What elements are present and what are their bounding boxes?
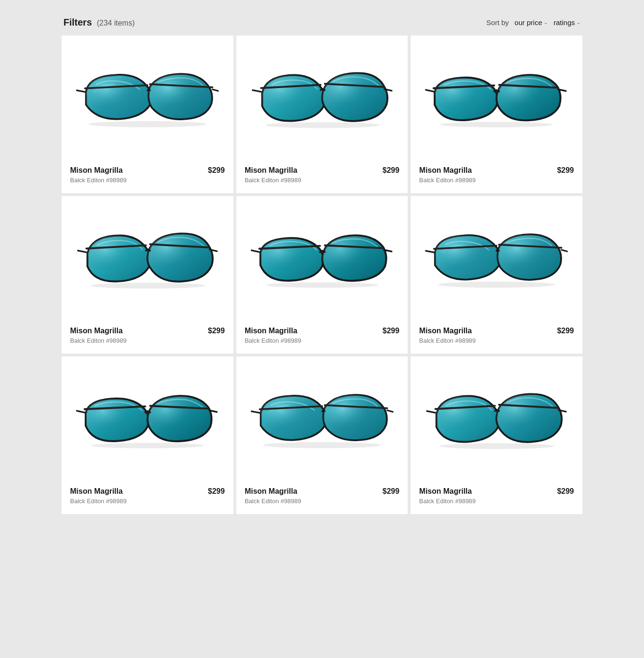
product-name-price-row: Mison Magrilla $299 (245, 487, 400, 496)
svg-point-19 (90, 283, 205, 288)
product-card[interactable]: Mison Magrilla $299 Balck Editon #98989 (411, 196, 582, 354)
product-image-area (411, 36, 582, 159)
product-subtitle: Balck Editon #98989 (70, 498, 225, 505)
product-name-price-row: Mison Magrilla $299 (419, 327, 574, 335)
product-name: Mison Magrilla (419, 327, 472, 335)
product-image-area (411, 196, 582, 319)
sort-price-label: our price (515, 18, 542, 27)
product-info: Mison Magrilla $299 Balck Editon #98989 (236, 480, 408, 514)
svg-line-32 (77, 411, 84, 412)
svg-point-44 (440, 443, 555, 449)
svg-line-22 (251, 250, 259, 252)
svg-point-34 (91, 443, 204, 448)
svg-point-39 (263, 442, 381, 448)
product-name: Mison Magrilla (245, 487, 297, 496)
product-info: Mison Magrilla $299 Balck Editon #98989 (62, 159, 233, 193)
svg-point-9 (265, 122, 380, 128)
product-card[interactable]: Mison Magrilla $299 Balck Editon #98989 (236, 36, 408, 193)
page-wrapper: Filters (234 items) Sort by our price ⌄ … (62, 9, 582, 514)
product-name: Mison Magrilla (245, 166, 297, 175)
product-name: Mison Magrilla (419, 166, 472, 175)
product-card[interactable]: Mison Magrilla $299 Balck Editon #98989 (236, 196, 408, 354)
product-info: Mison Magrilla $299 Balck Editon #98989 (236, 159, 408, 193)
filters-label: Filters (63, 17, 92, 27)
product-name-price-row: Mison Magrilla $299 (419, 487, 574, 496)
product-image-area (236, 356, 408, 480)
product-subtitle: Balck Editon #98989 (245, 337, 400, 344)
svg-line-12 (426, 90, 434, 91)
product-subtitle: Balck Editon #98989 (70, 337, 225, 344)
product-price: $299 (383, 327, 400, 335)
product-card[interactable]: Mison Magrilla $299 Balck Editon #98989 (62, 36, 233, 193)
sort-label: Sort by (486, 18, 509, 27)
product-subtitle: Balck Editon #98989 (419, 337, 574, 344)
sort-by-ratings-dropdown[interactable]: ratings ⌄ (554, 18, 581, 27)
product-price: $299 (557, 166, 574, 175)
svg-point-4 (89, 121, 206, 127)
toolbar: Filters (234 items) Sort by our price ⌄ … (62, 9, 582, 36)
chevron-down-icon: ⌄ (576, 19, 581, 26)
product-subtitle: Balck Editon #98989 (419, 498, 574, 505)
product-price: $299 (208, 487, 225, 496)
sort-ratings-label: ratings (554, 18, 575, 27)
svg-point-29 (438, 282, 555, 288)
svg-line-2 (77, 90, 85, 92)
product-name-price-row: Mison Magrilla $299 (70, 327, 225, 335)
chevron-down-icon: ⌄ (544, 19, 548, 26)
product-name: Mison Magrilla (70, 166, 123, 175)
product-price: $299 (383, 166, 400, 175)
product-card[interactable]: Mison Magrilla $299 Balck Editon #98989 (62, 196, 233, 354)
svg-line-3 (213, 89, 218, 91)
product-name: Mison Magrilla (70, 327, 123, 335)
product-info: Mison Magrilla $299 Balck Editon #98989 (411, 319, 582, 354)
product-price: $299 (557, 327, 574, 335)
filters-count: (234 items) (97, 19, 134, 27)
product-subtitle: Balck Editon #98989 (245, 498, 400, 505)
product-info: Mison Magrilla $299 Balck Editon #98989 (236, 319, 408, 354)
product-subtitle: Balck Editon #98989 (245, 177, 400, 184)
svg-line-42 (427, 411, 436, 412)
product-image-area (236, 36, 408, 159)
product-info: Mison Magrilla $299 Balck Editon #98989 (62, 319, 233, 354)
product-image-area (236, 196, 408, 319)
svg-line-7 (252, 90, 261, 91)
product-name-price-row: Mison Magrilla $299 (419, 166, 574, 175)
product-price: $299 (383, 487, 400, 496)
svg-line-28 (562, 250, 567, 251)
product-card[interactable]: Mison Magrilla $299 Balck Editon #98989 (236, 356, 408, 514)
svg-line-17 (78, 250, 86, 252)
product-price: $299 (208, 327, 225, 335)
product-name-price-row: Mison Magrilla $299 (245, 327, 400, 335)
product-info: Mison Magrilla $299 Balck Editon #98989 (411, 159, 582, 193)
product-subtitle: Balck Editon #98989 (70, 177, 225, 184)
product-subtitle: Balck Editon #98989 (419, 177, 574, 184)
svg-line-27 (426, 251, 434, 252)
product-card[interactable]: Mison Magrilla $299 Balck Editon #98989 (62, 356, 233, 514)
product-name: Mison Magrilla (245, 327, 297, 335)
product-price: $299 (208, 166, 225, 175)
product-info: Mison Magrilla $299 Balck Editon #98989 (411, 480, 582, 514)
svg-line-38 (387, 410, 393, 412)
filters-section: Filters (234 items) (63, 17, 135, 28)
product-price: $299 (557, 487, 574, 496)
product-grid: Mison Magrilla $299 Balck Editon #98989 (62, 36, 582, 514)
product-name-price-row: Mison Magrilla $299 (245, 166, 400, 175)
product-name: Mison Magrilla (419, 487, 472, 496)
product-card[interactable]: Mison Magrilla $299 Balck Editon #98989 (411, 356, 582, 514)
product-card[interactable]: Mison Magrilla $299 Balck Editon #98989 (411, 36, 582, 193)
sort-by-price-dropdown[interactable]: our price ⌄ (515, 18, 548, 27)
sort-section: Sort by our price ⌄ ratings ⌄ (486, 18, 581, 27)
svg-point-14 (440, 122, 553, 127)
svg-line-37 (251, 411, 259, 413)
product-name-price-row: Mison Magrilla $299 (70, 487, 225, 496)
product-image-area (411, 356, 582, 480)
product-image-area (62, 36, 233, 159)
product-name-price-row: Mison Magrilla $299 (70, 166, 225, 175)
product-image-area (62, 356, 233, 480)
product-info: Mison Magrilla $299 Balck Editon #98989 (62, 480, 233, 514)
product-name: Mison Magrilla (70, 487, 123, 496)
svg-point-24 (266, 282, 378, 288)
product-image-area (62, 196, 233, 319)
